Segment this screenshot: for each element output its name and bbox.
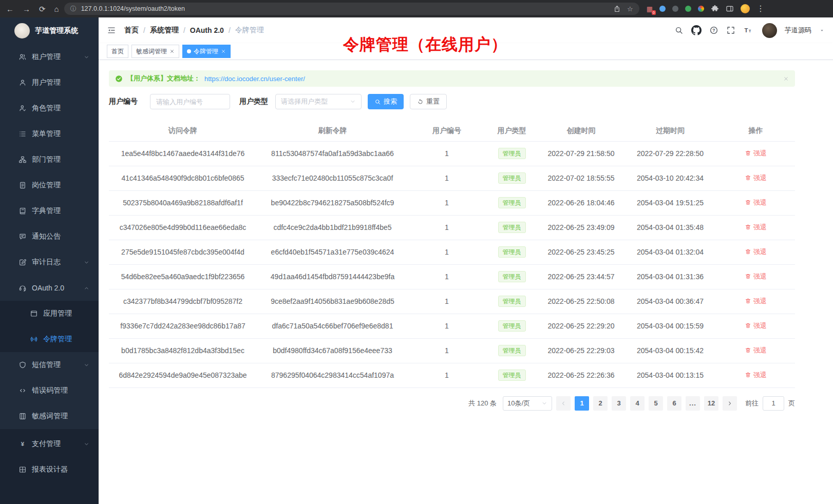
goto-page-input[interactable] bbox=[763, 396, 784, 411]
sidebar-item-pay[interactable]: 支付管理 bbox=[0, 431, 99, 457]
sidebar: 芋道管理系统 租户管理 用户管理 角色管理 菜单管理 部门管理 岗位管理 字典管… bbox=[0, 17, 99, 504]
sidebar-item-notice[interactable]: 通知公告 bbox=[0, 224, 99, 249]
force-logout-button[interactable]: 强退 bbox=[745, 149, 767, 158]
breadcrumb-item[interactable]: 首页 bbox=[124, 26, 139, 35]
sidebar-toggle-icon[interactable] bbox=[726, 5, 734, 13]
sidebar-item-report-designer[interactable]: 报表设计器 bbox=[0, 457, 99, 482]
page-button-5[interactable]: 5 bbox=[649, 396, 663, 411]
tab-oauth2-token[interactable]: 令牌管理 bbox=[182, 45, 231, 58]
sidebar-item-dept[interactable]: 部门管理 bbox=[0, 147, 99, 172]
user-type-select[interactable]: 请选择用户类型 bbox=[275, 94, 362, 109]
user-id-input[interactable] bbox=[150, 94, 230, 109]
font-size-icon[interactable] bbox=[743, 26, 752, 35]
user-avatar[interactable] bbox=[762, 23, 777, 38]
app-window-icon bbox=[30, 309, 38, 318]
browser-profile-avatar[interactable] bbox=[741, 4, 750, 13]
forward-button[interactable]: → bbox=[23, 5, 30, 13]
reload-button[interactable]: ⟳ bbox=[39, 5, 46, 13]
back-button[interactable]: ← bbox=[6, 5, 14, 13]
trash-icon bbox=[745, 150, 751, 157]
extension-blue-icon[interactable] bbox=[659, 6, 666, 12]
column-header: 用户类型 bbox=[485, 121, 538, 141]
force-logout-button[interactable]: 强退 bbox=[745, 272, 767, 281]
user-type-cell: 管理员 bbox=[485, 264, 538, 289]
sidebar-item-error-code[interactable]: 错误码管理 bbox=[0, 378, 99, 403]
refresh-token-cell: e6cfd40eb1f54571a31e775e039c4624 bbox=[257, 240, 408, 264]
sidebar-item-role[interactable]: 角色管理 bbox=[0, 95, 99, 121]
tab-home[interactable]: 首页 bbox=[107, 45, 128, 58]
reset-button[interactable]: 重置 bbox=[410, 94, 447, 109]
extension-green-icon[interactable] bbox=[685, 6, 691, 12]
search-icon[interactable] bbox=[674, 26, 684, 35]
page-button-2[interactable]: 2 bbox=[593, 396, 608, 411]
sidebar-item-audit-log[interactable]: 审计日志 bbox=[0, 249, 99, 275]
force-logout-button[interactable]: 强退 bbox=[745, 173, 767, 183]
page-button-4[interactable]: 4 bbox=[630, 396, 645, 411]
tab-sensitive-word[interactable]: 敏感词管理 bbox=[131, 45, 179, 58]
force-logout-label: 强退 bbox=[753, 321, 767, 331]
sidebar-item-menu[interactable]: 菜单管理 bbox=[0, 121, 99, 147]
force-logout-button[interactable]: 强退 bbox=[745, 247, 767, 257]
sidebar-item-sensitive-word[interactable]: 敏感词管理 bbox=[0, 403, 99, 429]
user-id-cell: 1 bbox=[408, 215, 485, 240]
breadcrumb-item[interactable]: 系统管理 bbox=[150, 26, 179, 35]
sidebar-item-oauth2-app[interactable]: 应用管理 bbox=[0, 301, 99, 326]
search-button[interactable]: 搜索 bbox=[368, 94, 404, 109]
close-icon[interactable] bbox=[221, 49, 226, 54]
sidebar-fold-icon[interactable] bbox=[107, 26, 116, 35]
arrow-left-icon bbox=[560, 400, 566, 406]
extension-dark-icon[interactable] bbox=[672, 6, 678, 12]
page-button-6[interactable]: 6 bbox=[667, 396, 681, 411]
force-logout-button[interactable]: 强退 bbox=[745, 297, 767, 306]
user-type-cell: 管理员 bbox=[485, 215, 538, 240]
expire-time-cell: 2054-03-04 00:13:15 bbox=[624, 363, 716, 387]
help-icon[interactable] bbox=[709, 26, 718, 35]
doc-link[interactable]: https://doc.iocoder.cn/user-center/ bbox=[204, 75, 305, 83]
next-page-button[interactable] bbox=[723, 396, 737, 411]
goto-unit: 页 bbox=[788, 399, 795, 408]
access-token-cell: b0d1785bc3a8482f812db4a3f3bd15ec bbox=[109, 338, 257, 363]
force-logout-button[interactable]: 强退 bbox=[745, 223, 767, 232]
trash-icon bbox=[745, 224, 751, 230]
extension-grid-icon[interactable]: ▦0 bbox=[647, 6, 653, 12]
action-cell: 强退 bbox=[716, 190, 795, 215]
app-logo[interactable]: 芋道管理系统 bbox=[0, 17, 99, 44]
sidebar-item-post[interactable]: 岗位管理 bbox=[0, 172, 99, 198]
force-logout-button[interactable]: 强退 bbox=[745, 346, 767, 355]
alert-close-icon[interactable] bbox=[783, 76, 789, 82]
page-button-3[interactable]: 3 bbox=[612, 396, 626, 411]
home-button[interactable]: ⌂ bbox=[54, 5, 59, 13]
main-area: 首页/系统管理/OAuth 2.0/令牌管理 芋道源码 首页 敏感词管理 bbox=[99, 17, 833, 504]
fullscreen-icon[interactable] bbox=[726, 26, 735, 35]
site-info-icon[interactable]: ⓘ bbox=[70, 5, 77, 13]
page-button-1[interactable]: 1 bbox=[575, 396, 589, 411]
page-ellipsis[interactable]: ... bbox=[686, 396, 700, 411]
user-type-badge: 管理员 bbox=[498, 271, 526, 282]
extensions-puzzle-icon[interactable] bbox=[711, 5, 719, 13]
address-bar[interactable]: ⓘ 127.0.0.1:1024/system/oauth2/token ☆ bbox=[64, 3, 639, 15]
sidebar-item-oauth2-token[interactable]: 令牌管理 bbox=[0, 326, 99, 352]
access-token-cell: 1ea5e44f8bc1467aaede43144f31de76 bbox=[109, 141, 257, 166]
extension-color-icon[interactable] bbox=[698, 6, 704, 12]
expire-time-cell: 2054-03-04 01:31:36 bbox=[624, 264, 716, 289]
breadcrumb-item[interactable]: OAuth 2.0 bbox=[190, 26, 224, 34]
close-icon[interactable] bbox=[169, 49, 175, 54]
caret-down-icon[interactable] bbox=[819, 28, 825, 33]
refresh-token-cell: 49d1aa46d1454fbd87591444423be9fa bbox=[257, 264, 408, 289]
sidebar-item-sms[interactable]: 短信管理 bbox=[0, 352, 99, 378]
bookmark-star-icon[interactable]: ☆ bbox=[627, 6, 633, 12]
force-logout-button[interactable]: 强退 bbox=[745, 198, 767, 207]
prev-page-button[interactable] bbox=[556, 396, 571, 411]
share-icon[interactable] bbox=[613, 5, 621, 13]
sidebar-item-tenant[interactable]: 租户管理 bbox=[0, 44, 99, 70]
sidebar-item-oauth2[interactable]: OAuth 2.0 bbox=[0, 275, 99, 301]
browser-menu-icon[interactable]: ⋮ bbox=[756, 5, 765, 13]
username[interactable]: 芋道源码 bbox=[785, 26, 811, 35]
page-size-select[interactable]: 10条/页 bbox=[503, 396, 552, 411]
github-icon[interactable] bbox=[691, 25, 702, 35]
force-logout-button[interactable]: 强退 bbox=[745, 321, 767, 331]
sidebar-item-user[interactable]: 用户管理 bbox=[0, 70, 99, 95]
sidebar-item-dict[interactable]: 字典管理 bbox=[0, 198, 99, 224]
page-button-12[interactable]: 12 bbox=[704, 396, 718, 411]
force-logout-button[interactable]: 强退 bbox=[745, 371, 767, 380]
